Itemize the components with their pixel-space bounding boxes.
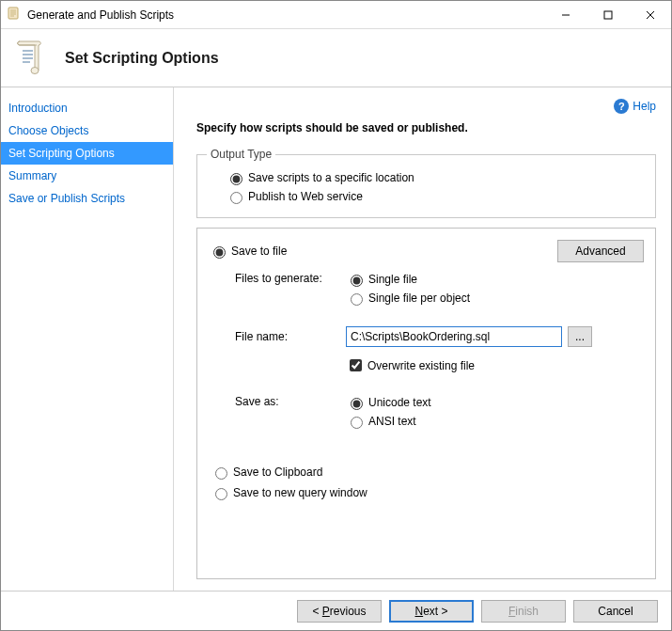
radio-save-location[interactable]: Save scripts to a specific location xyxy=(226,170,646,185)
help-row: ? Help xyxy=(196,99,656,114)
file-name-input[interactable] xyxy=(346,326,562,347)
page-header: Set Scripting Options xyxy=(1,29,671,87)
help-icon: ? xyxy=(614,99,629,114)
minimize-button[interactable] xyxy=(544,1,586,29)
nav-summary[interactable]: Summary xyxy=(1,165,173,187)
advanced-button[interactable]: Advanced xyxy=(557,240,644,262)
overwrite-checkbox-label: Overwrite existing file xyxy=(367,359,475,372)
nav-sidebar: Introduction Choose Objects Set Scriptin… xyxy=(1,87,174,591)
radio-unicode[interactable]: Unicode text xyxy=(346,395,431,410)
close-button[interactable] xyxy=(629,1,671,29)
radio-publish-web-input[interactable] xyxy=(230,192,242,204)
radio-single-file-per-object-label: Single file per object xyxy=(368,292,470,305)
app-icon xyxy=(7,6,22,24)
radio-save-location-label: Save scripts to a specific location xyxy=(248,171,414,184)
svg-rect-0 xyxy=(8,8,18,19)
browse-button[interactable]: ... xyxy=(568,326,592,347)
save-options-panel: Save to file Advanced Files to generate:… xyxy=(196,228,656,579)
overwrite-checkbox[interactable]: Overwrite existing file xyxy=(346,356,475,374)
nav-choose-objects[interactable]: Choose Objects xyxy=(1,119,173,142)
page-title: Set Scripting Options xyxy=(65,50,219,67)
radio-save-to-new-query[interactable]: Save to new query window xyxy=(211,485,644,500)
nav-save-or-publish[interactable]: Save or Publish Scripts xyxy=(1,187,173,210)
previous-button[interactable]: < Previous xyxy=(297,600,382,623)
radio-save-to-clipboard[interactable]: Save to Clipboard xyxy=(211,465,644,480)
instruction-text: Specify how scripts should be saved or p… xyxy=(196,121,656,134)
overwrite-checkbox-input[interactable] xyxy=(350,359,362,371)
radio-ansi-input[interactable] xyxy=(351,417,363,429)
nav-set-scripting-options[interactable]: Set Scripting Options xyxy=(1,142,173,165)
radio-save-to-file-input[interactable] xyxy=(213,246,226,259)
next-button[interactable]: Next > xyxy=(389,600,474,623)
file-name-label: File name: xyxy=(235,330,346,343)
finish-button: Finish xyxy=(481,600,566,623)
radio-save-location-input[interactable] xyxy=(230,173,242,185)
radio-save-to-new-query-label: Save to new query window xyxy=(233,486,367,499)
wizard-footer: < Previous Next > Finish Cancel xyxy=(1,591,671,630)
save-as-label: Save as: xyxy=(235,395,346,408)
svg-point-5 xyxy=(31,67,39,73)
radio-single-file-per-object[interactable]: Single file per object xyxy=(346,291,470,306)
window-title: Generate and Publish Scripts xyxy=(27,8,544,22)
nav-introduction[interactable]: Introduction xyxy=(1,97,173,119)
radio-save-to-file[interactable]: Save to file xyxy=(209,244,557,259)
wizard-window: Generate and Publish Scripts Set Scripti… xyxy=(0,0,672,631)
script-scroll-icon xyxy=(14,38,48,79)
radio-save-to-clipboard-input[interactable] xyxy=(215,467,227,480)
radio-single-file-label: Single file xyxy=(368,273,417,286)
wizard-body: Introduction Choose Objects Set Scriptin… xyxy=(1,87,671,591)
main-pane: ? Help Specify how scripts should be sav… xyxy=(174,87,671,591)
svg-rect-2 xyxy=(604,11,612,19)
radio-save-to-clipboard-label: Save to Clipboard xyxy=(233,465,322,479)
radio-unicode-label: Unicode text xyxy=(368,396,431,409)
radio-publish-web-label: Publish to Web service xyxy=(248,190,363,203)
output-type-group: Output Type Save scripts to a specific l… xyxy=(196,148,656,218)
radio-single-file-per-object-input[interactable] xyxy=(351,293,363,306)
output-type-legend: Output Type xyxy=(207,148,275,161)
radio-single-file-input[interactable] xyxy=(351,275,363,287)
radio-publish-web[interactable]: Publish to Web service xyxy=(226,189,646,204)
radio-unicode-input[interactable] xyxy=(351,398,363,410)
titlebar: Generate and Publish Scripts xyxy=(1,1,671,29)
radio-save-to-file-label: Save to file xyxy=(231,245,287,258)
radio-ansi-label: ANSI text xyxy=(368,415,416,428)
maximize-button[interactable] xyxy=(586,1,629,29)
files-to-generate-label: Files to generate: xyxy=(235,272,346,285)
cancel-button[interactable]: Cancel xyxy=(573,600,658,623)
radio-single-file[interactable]: Single file xyxy=(346,272,470,287)
radio-save-to-new-query-input[interactable] xyxy=(215,488,227,500)
radio-ansi[interactable]: ANSI text xyxy=(346,414,431,429)
help-link[interactable]: Help xyxy=(633,100,656,113)
